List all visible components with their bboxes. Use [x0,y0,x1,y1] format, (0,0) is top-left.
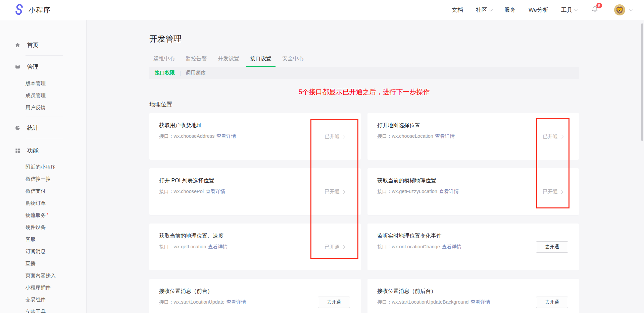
card-api-prefix: 接口： [159,133,174,139]
card-api-name: wx.getLocation [174,244,206,249]
miniprogram-logo-icon [13,4,25,16]
card-api-prefix: 接口： [377,244,392,249]
sidebar-item-manage[interactable]: 管理 [0,62,86,71]
sidebar-subitem-version-management[interactable]: 版本管理 [0,77,86,89]
avatar[interactable]: 🦁 [614,4,625,15]
view-details-link[interactable]: 查看详情 [216,133,236,139]
brand-title: 小程序 [29,5,51,15]
sidebar-subitem-subscribe-messages[interactable]: 订阅消息 [0,245,86,257]
nav-link-community[interactable]: 社区 [476,6,492,14]
card-api-prefix: 接口： [377,133,392,139]
activate-button[interactable]: 去开通 [318,297,350,308]
view-details-link[interactable]: 查看详情 [470,299,490,305]
notification-bell-button[interactable]: 5 [591,5,599,14]
view-details-link[interactable]: 查看详情 [227,299,246,305]
view-details-link[interactable]: 查看详情 [439,189,459,194]
api-card: 获取当前的地理位置、速度接口：wx.getLocation查看详情已开通 [149,224,361,270]
sidebar-divider [26,55,63,56]
account-menu[interactable]: 🦁 [614,4,632,15]
page-title: 开发管理 [149,34,579,44]
card-api-name: wx.chooseLocation [392,133,433,139]
sidebar-subitem-shopping-orders[interactable]: 购物订单 [0,197,86,209]
chevron-down-icon [629,7,633,11]
view-details-link[interactable]: 查看详情 [206,189,225,194]
sidebar-sublist-manage: 版本管理成员管理用户反馈 [0,77,86,114]
new-indicator-dot [47,213,48,214]
chevron-down-icon [574,7,578,11]
view-details-link[interactable]: 查看详情 [208,244,228,249]
chevron-right-icon [341,190,345,193]
sidebar: 首页管理版本管理成员管理用户反馈统计功能附近的小程序微信搜一搜微信支付购物订单物… [0,20,87,313]
chevron-right-icon [341,134,345,138]
sidebar-item-home[interactable]: 首页 [0,40,86,50]
sidebar-subitem-trade-components[interactable]: 交易组件 [0,294,86,306]
nav-links: 文档社区服务We分析工具 [452,6,577,14]
nav-link-we-analytics[interactable]: We分析 [529,6,548,14]
sidebar-divider [26,117,63,117]
sidebar-subitem-customer-service[interactable]: 客服 [0,233,86,245]
sidebar-subitem-user-feedback[interactable]: 用户反馈 [0,102,86,114]
card-api-prefix: 接口： [159,189,174,194]
chevron-right-icon [559,190,563,193]
tab-dev-settings[interactable]: 开发设置 [214,55,243,67]
sidebar-divider [26,139,63,139]
activate-button[interactable]: 去开通 [536,241,568,253]
tab-bar: 运维中心监控告警开发设置接口设置安全中心 [149,55,579,67]
status-opened-label[interactable]: 已开通 [543,133,563,140]
chevron-down-icon [489,7,493,11]
status-opened-label[interactable]: 已开通 [325,133,345,140]
chevron-right-icon [559,134,563,138]
status-opened-label[interactable]: 已开通 [543,189,563,195]
sidebar-subitem-hardware-devices[interactable]: 硬件设备 [0,221,86,233]
tray-icon [15,64,20,70]
sidebar-item-label: 统计 [27,124,39,132]
sidebar-item-label: 管理 [27,63,39,71]
card-api-name: wx.chooseAddress [174,133,215,139]
tab-security-center[interactable]: 安全中心 [278,55,308,67]
nav-link-docs[interactable]: 文档 [452,6,463,14]
api-card: 打开地图选择位置接口：wx.chooseLocation查看详情已开通 [367,113,579,160]
sidebar-subitem-miniprogram-plugins[interactable]: 小程序插件 [0,281,86,294]
api-card: 监听实时地理位置变化事件接口：wx.onLocationChange查看详情去开… [367,224,579,270]
api-card: 获取用户收货地址接口：wx.chooseAddress查看详情已开通 [149,113,361,160]
sidebar-item-statistics[interactable]: 统计 [0,123,86,132]
nav-link-tools[interactable]: 工具 [561,6,577,14]
nav-link-services[interactable]: 服务 [504,6,516,14]
status-opened-label[interactable]: 已开通 [325,244,345,250]
view-details-link[interactable]: 查看详情 [442,244,461,249]
brand: 小程序 [13,4,51,16]
tab-ops-center[interactable]: 运维中心 [149,55,179,67]
sidebar-subitem-member-management[interactable]: 成员管理 [0,89,86,102]
section-title-geolocation: 地理位置 [149,101,579,108]
sidebar-item-features[interactable]: 功能 [0,146,86,155]
subtab-api-permissions[interactable]: 接口权限 [155,70,175,76]
card-title: 获取当前的地理位置、速度 [159,232,361,239]
sidebar-subitem-wechat-search[interactable]: 微信搜一搜 [0,173,86,185]
notification-badge: 5 [596,3,602,8]
card-api-prefix: 接口： [159,244,174,249]
grid-icon [15,148,20,153]
activate-button[interactable]: 去开通 [536,297,568,308]
subtab-call-quota[interactable]: 调用额度 [186,70,206,76]
sidebar-subitem-nearby-miniprograms[interactable]: 附近的小程序 [0,161,86,173]
main-area: 开发管理 运维中心监控告警开发设置接口设置安全中心 接口权限|调用额度 5个接口… [87,20,644,313]
card-title: 接收位置消息（前台） [159,288,361,295]
subtab-separator: | [180,70,181,76]
sidebar-sublist-features: 附近的小程序微信搜一搜微信支付购物订单物流服务硬件设备客服订阅消息直播页面内容接… [0,161,86,313]
sidebar-subitem-experimental-tools[interactable]: 实验工具 [0,306,86,313]
sidebar-subitem-wechat-pay[interactable]: 微信支付 [0,185,86,197]
card-api-name: wx.choosePoi [174,189,204,194]
home-icon [15,42,20,48]
sidebar-subitem-page-content-access[interactable]: 页面内容接入 [0,269,86,281]
sidebar-subitem-live[interactable]: 直播 [0,257,86,269]
tab-api-settings[interactable]: 接口设置 [246,55,276,67]
card-title: 监听实时地理位置变化事件 [377,232,579,239]
tab-monitor-alerts[interactable]: 监控告警 [182,55,211,67]
view-details-link[interactable]: 查看详情 [435,133,455,139]
window-scrollbar[interactable] [641,23,643,141]
subtab-bar: 接口权限|调用额度 [149,67,579,79]
annotation-text: 5个接口都显示已开通之后，进行下一步操作 [149,87,579,96]
status-opened-label[interactable]: 已开通 [325,189,345,195]
sidebar-subitem-logistics-service[interactable]: 物流服务 [0,209,86,221]
card-api-prefix: 接口： [159,299,174,305]
